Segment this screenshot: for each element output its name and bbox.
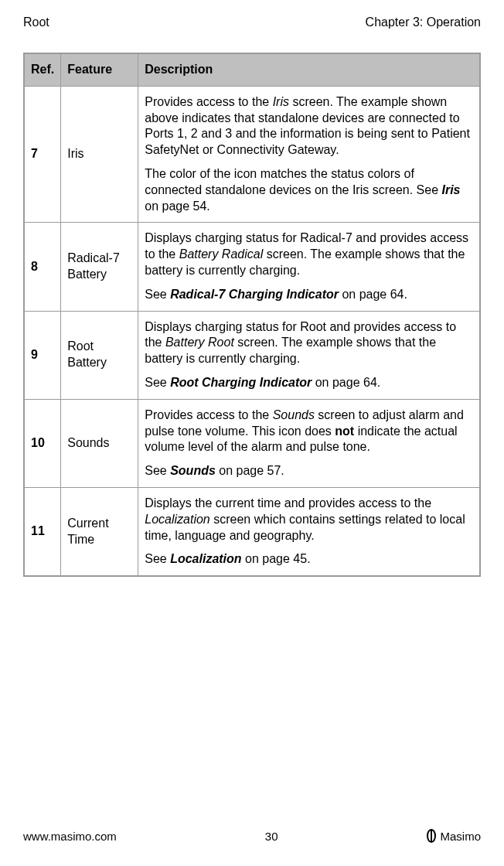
text: on page 45. xyxy=(242,552,311,565)
description-cell: Provides access to the Sounds screen to … xyxy=(138,399,480,487)
text: See xyxy=(145,552,170,565)
description-cell: Displays the current time and provides a… xyxy=(138,487,480,576)
text: See xyxy=(145,376,170,389)
ref-cell: 8 xyxy=(24,223,61,311)
description-cell: Provides access to the Iris screen. The … xyxy=(138,86,480,223)
desc-paragraph: The color of the icon matches the status… xyxy=(145,166,473,214)
footer-brand-text: Masimo xyxy=(440,830,481,843)
th-feature: Feature xyxy=(61,53,138,86)
desc-paragraph: Displays charging status for Root and pr… xyxy=(145,319,473,367)
header-right: Chapter 3: Operation xyxy=(366,15,481,29)
footer-page-number: 30 xyxy=(265,830,278,843)
table-row: 7 Iris Provides access to the Iris scree… xyxy=(24,86,480,223)
description-cell: Displays charging status for Root and pr… xyxy=(138,311,480,399)
text: The color of the icon matches the status… xyxy=(145,167,441,196)
italic-text: Battery Root xyxy=(165,336,234,349)
feature-table: Ref. Feature Description 7 Iris Provides… xyxy=(23,53,481,577)
italic-text: Localization xyxy=(145,513,210,526)
ref-cell: 10 xyxy=(24,399,61,487)
italic-text: Iris xyxy=(273,95,289,108)
feature-cell: Iris xyxy=(61,86,138,223)
footer-url: www.masimo.com xyxy=(23,830,117,843)
ref-cell: 9 xyxy=(24,311,61,399)
desc-paragraph: See Root Charging Indicator on page 64. xyxy=(145,375,473,391)
bold-italic-text: Root Charging Indicator xyxy=(170,376,312,389)
feature-cell: Current Time xyxy=(61,487,138,576)
page-header: Root Chapter 3: Operation xyxy=(23,15,481,29)
text: Displays the current time and provides a… xyxy=(145,496,431,510)
table-row: 10 Sounds Provides access to the Sounds … xyxy=(24,399,480,487)
desc-paragraph: Displays charging status for Radical-7 a… xyxy=(145,230,473,278)
footer-brand: Masimo xyxy=(426,829,481,843)
ref-cell: 7 xyxy=(24,86,61,223)
feature-cell: Root Battery xyxy=(61,311,138,399)
bold-italic-text: Localization xyxy=(170,552,241,565)
desc-paragraph: See Radical-7 Charging Indicator on page… xyxy=(145,287,473,303)
italic-text: Sounds xyxy=(273,408,315,421)
italic-text: Battery Radical xyxy=(179,247,264,261)
text: on page 64. xyxy=(339,288,407,301)
text: on page 54. xyxy=(145,199,210,213)
bold-italic-text: Radical-7 Charging Indicator xyxy=(170,288,339,301)
header-left: Root xyxy=(23,15,49,29)
ref-cell: 11 xyxy=(24,487,61,576)
masimo-logo-icon xyxy=(426,829,437,843)
desc-paragraph: See Localization on page 45. xyxy=(145,551,473,568)
desc-paragraph: See Sounds on page 57. xyxy=(145,463,473,479)
text: on page 57. xyxy=(216,464,284,477)
text: Provides access to the xyxy=(145,95,272,108)
bold-italic-text: Iris xyxy=(441,183,460,196)
th-description: Description xyxy=(138,53,480,86)
feature-cell: Radical-7 Battery xyxy=(61,223,138,311)
text: See xyxy=(145,464,170,477)
text: Provides access to the xyxy=(145,408,272,421)
text: on page 64. xyxy=(312,376,380,389)
page-footer: www.masimo.com 30 Masimo xyxy=(23,829,481,843)
desc-paragraph: Provides access to the Sounds screen to … xyxy=(145,407,473,455)
bold-italic-text: Sounds xyxy=(170,464,216,477)
feature-cell: Sounds xyxy=(61,399,138,487)
table-row: 9 Root Battery Displays charging status … xyxy=(24,311,480,399)
bold-text: not xyxy=(335,424,354,438)
description-cell: Displays charging status for Radical-7 a… xyxy=(138,223,480,311)
desc-paragraph: Provides access to the Iris screen. The … xyxy=(145,94,473,159)
text: See xyxy=(145,288,170,301)
th-ref: Ref. xyxy=(24,53,61,86)
table-row: 11 Current Time Displays the current tim… xyxy=(24,487,480,576)
table-row: 8 Radical-7 Battery Displays charging st… xyxy=(24,223,480,311)
desc-paragraph: Displays the current time and provides a… xyxy=(145,496,473,544)
